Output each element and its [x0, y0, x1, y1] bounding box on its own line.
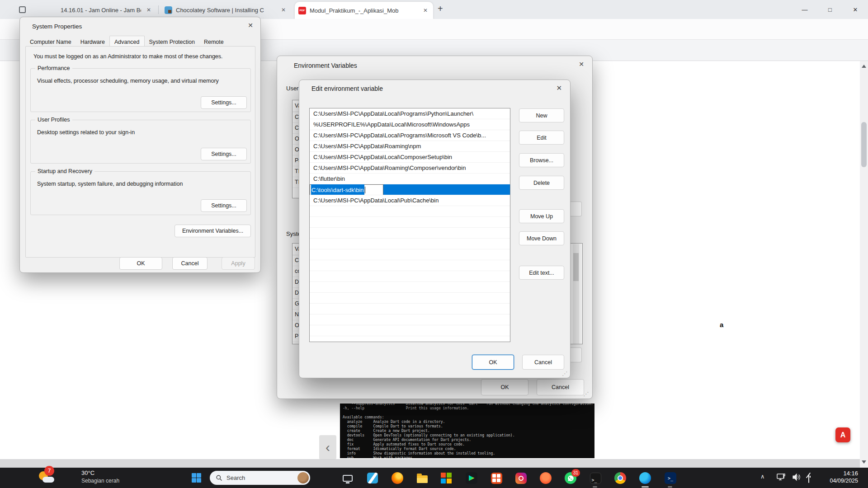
- tab-divider: [158, 5, 159, 14]
- environment-variables-button[interactable]: Environment Variables...: [175, 225, 251, 237]
- scrollbar-thumb[interactable]: [861, 122, 867, 167]
- browser-tab-strip: 14.16.01 - Jam Online - Jam Berap ✕ Choc…: [0, 0, 868, 19]
- cancel-button[interactable]: Cancel: [522, 355, 564, 370]
- move-down-button[interactable]: Move Down: [519, 231, 564, 245]
- previous-page-overlay-button[interactable]: ‹: [319, 435, 336, 460]
- caret-left-icon: ‹: [326, 440, 330, 455]
- browse-button[interactable]: Browse...: [519, 153, 564, 167]
- edit-button[interactable]: Edit: [519, 131, 564, 145]
- cancel-button[interactable]: Cancel: [537, 379, 584, 395]
- delete-button[interactable]: Delete: [519, 176, 564, 190]
- taskbar-item-brave[interactable]: [539, 471, 552, 485]
- taskbar-item-powershell[interactable]: >_: [664, 471, 677, 485]
- path-row[interactable]: C:\flutter\bin: [310, 174, 510, 184]
- pdf-terminal-figure: --suppress-analytics Disallow analytics …: [340, 404, 594, 458]
- path-row[interactable]: C:\Users\MSI-PC\AppData\Local\ComposerSe…: [310, 152, 510, 163]
- scrollbar-thumb[interactable]: [573, 253, 579, 281]
- tab-label: Modul_Praktikum_-_Aplikasi_Mob: [310, 7, 418, 14]
- scroll-down-icon[interactable]: [862, 460, 866, 464]
- dialog-title: Environment Variables: [294, 62, 357, 69]
- dialog-title: System Properties: [32, 23, 82, 30]
- resize-grip-icon[interactable]: ⋰: [562, 371, 567, 377]
- apply-button: Apply: [222, 257, 255, 270]
- taskbar-item-vscode[interactable]: [366, 471, 379, 485]
- edit-text-button[interactable]: Edit text...: [519, 266, 564, 280]
- close-icon[interactable]: ✕: [579, 61, 584, 68]
- path-row[interactable]: C:\Users\MSI-PC\AppData\Roaming\npm: [310, 141, 510, 152]
- tab-jam-online[interactable]: 14.16.01 - Jam Online - Jam Berap ✕: [53, 3, 156, 17]
- user-variables-label-fragment: User: [286, 85, 299, 92]
- taskbar-item-edge-active[interactable]: [638, 471, 652, 485]
- performance-settings-button[interactable]: Settings...: [201, 96, 247, 109]
- scrollbar-track[interactable]: [573, 244, 579, 344]
- taskbar-item-red-grid-app[interactable]: [490, 471, 503, 485]
- tray-chevron-up-icon[interactable]: ∧: [760, 473, 765, 480]
- new-button[interactable]: New: [519, 108, 564, 122]
- adobe-acrobat-fab[interactable]: A: [835, 427, 850, 442]
- taskbar-item-google-play[interactable]: [465, 471, 478, 485]
- taskbar-item-monitor[interactable]: [341, 471, 354, 485]
- new-tab-button[interactable]: +: [438, 4, 443, 14]
- pdf-scrollbar[interactable]: [860, 61, 868, 468]
- close-icon[interactable]: ✕: [556, 84, 562, 92]
- red-grid-app-icon: [491, 473, 502, 484]
- path-list[interactable]: C:\Users\MSI-PC\AppData\Local\Programs\P…: [309, 108, 510, 342]
- taskbar-search[interactable]: Search: [210, 471, 310, 485]
- tab-list-icon: [19, 6, 26, 13]
- window-minimize-button[interactable]: —: [792, 0, 817, 19]
- path-row[interactable]: %USERPROFILE%\AppData\Local\Microsoft\Wi…: [310, 119, 510, 130]
- taskbar-item-instagram[interactable]: [514, 471, 528, 485]
- close-icon[interactable]: ✕: [248, 22, 253, 29]
- terminal-icon: >_: [590, 473, 601, 484]
- battery-pen-icon[interactable]: [808, 475, 809, 483]
- tab-list-button[interactable]: [16, 4, 28, 15]
- google-play-icon: [466, 472, 477, 484]
- system-list-scrollbar-fragment[interactable]: [570, 243, 583, 344]
- resize-grip-icon[interactable]: ⋰: [583, 391, 589, 397]
- path-row[interactable]: C:\Users\MSI-PC\AppData\Local\Pub\Cache\…: [310, 195, 510, 206]
- selected-path-text: C:\tools\dart-sdk\bin: [311, 184, 364, 195]
- tab-close-icon[interactable]: ✕: [279, 7, 288, 13]
- path-row[interactable]: C:\Users\MSI-PC\AppData\Local\Programs\P…: [310, 108, 510, 119]
- tab-label: 14.16.01 - Jam Online - Jam Berap: [61, 7, 141, 14]
- move-up-button[interactable]: Move Up: [519, 209, 564, 223]
- window-close-button[interactable]: ✕: [843, 0, 868, 19]
- notification-badge: 7: [44, 466, 54, 476]
- taskbar-item-terminal[interactable]: >_: [589, 471, 602, 485]
- window-maximize-button[interactable]: □: [817, 0, 843, 19]
- hidden-button-fragment: [570, 347, 582, 362]
- taskbar-item-microsoft-365[interactable]: [439, 471, 453, 485]
- hidden-button-fragment: [570, 202, 582, 216]
- pen-icon: [806, 473, 811, 478]
- ok-button[interactable]: OK: [119, 257, 162, 270]
- tab-close-icon[interactable]: ✕: [421, 7, 429, 14]
- search-placeholder: Search: [226, 474, 245, 481]
- scroll-up-icon[interactable]: [862, 65, 866, 68]
- taskbar-item-file-explorer[interactable]: [415, 471, 429, 485]
- startup-recovery-settings-button[interactable]: Settings...: [201, 199, 247, 212]
- path-row[interactable]: C:\Users\MSI-PC\AppData\Roaming\Composer…: [310, 163, 510, 174]
- network-icon[interactable]: [777, 473, 786, 483]
- monitor-icon: [343, 475, 353, 482]
- taskbar-item-whatsapp[interactable]: 31: [564, 471, 577, 485]
- taskbar-clock[interactable]: 14:16 04/09/2025: [816, 469, 858, 485]
- chrome-icon: [614, 472, 626, 484]
- firefox-icon: [392, 472, 403, 484]
- admin-note: You must be logged on as an Administrato…: [33, 53, 223, 60]
- start-button[interactable]: [192, 473, 201, 483]
- tab-chocolatey[interactable]: Chocolatey Software | Installing C ✕: [161, 3, 291, 17]
- user-profiles-settings-button[interactable]: Settings...: [201, 148, 247, 160]
- inline-edit-textbox[interactable]: C:\tools\dart-sdk\bin: [310, 184, 383, 195]
- time-label: 14:16: [816, 469, 858, 477]
- path-row[interactable]: C:\Users\MSI-PC\AppData\Local\Programs\M…: [310, 130, 510, 141]
- path-row-selected[interactable]: C:\tools\dart-sdk\bin: [310, 184, 510, 195]
- weather-widget[interactable]: 7 30°C Sebagian cerah: [0, 468, 181, 488]
- tab-modul-praktikum-active[interactable]: PDF Modul_Praktikum_-_Aplikasi_Mob ✕: [295, 2, 433, 19]
- ok-button[interactable]: OK: [481, 379, 528, 395]
- taskbar-item-firefox[interactable]: [391, 471, 404, 485]
- cancel-button[interactable]: Cancel: [172, 257, 208, 270]
- taskbar-item-chrome[interactable]: [613, 471, 627, 485]
- ok-button[interactable]: OK: [472, 355, 514, 370]
- tab-close-icon[interactable]: ✕: [145, 7, 153, 13]
- volume-icon[interactable]: [792, 473, 801, 483]
